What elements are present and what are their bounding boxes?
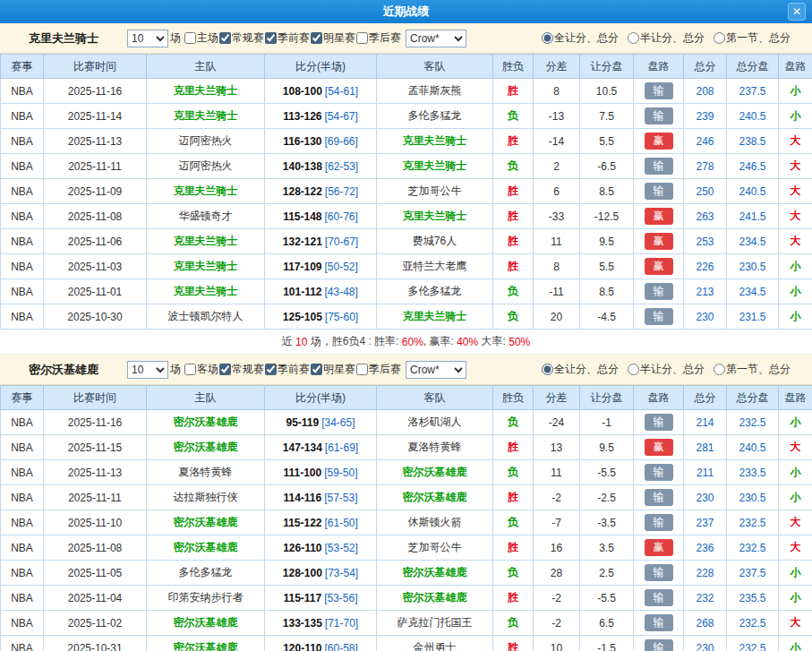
checkbox-preseason[interactable]: 季前赛 — [265, 30, 310, 46]
spread-result-badge: 输 — [645, 82, 673, 99]
score-cell: 117-109[50-52] — [265, 254, 377, 279]
radio-label: 半让分、总分 — [640, 362, 705, 377]
over-under-cell: 大 — [779, 129, 812, 154]
allstar-checkbox-input[interactable] — [311, 32, 322, 44]
final-score: 140-138 — [283, 160, 322, 173]
spread-line-cell: 5.5 — [580, 129, 634, 154]
radio-input[interactable] — [628, 364, 639, 375]
venue-checkbox-input[interactable] — [184, 364, 196, 375]
allstar-checkbox-label: 明星赛 — [323, 30, 355, 46]
close-button[interactable]: ✕ — [788, 3, 806, 21]
home-team-cell: 迈阿密热火 — [147, 129, 265, 154]
radio-input[interactable] — [542, 364, 553, 375]
column-header: 总分盘 — [727, 386, 779, 410]
win-loss-cell: 胜 — [493, 254, 534, 279]
spread-result-badge: 输 — [645, 414, 673, 431]
radio-first-quarter-total[interactable]: 第一节、总分 — [714, 30, 791, 46]
checkbox-playoffs[interactable]: 季后赛 — [356, 362, 401, 377]
over-under-cell: 小 — [779, 304, 812, 330]
spread-result-badge: 输 — [645, 514, 673, 531]
checkbox-allstar[interactable]: 明星赛 — [311, 362, 355, 377]
radio-input[interactable] — [714, 32, 725, 44]
checkbox-allstar[interactable]: 明星赛 — [311, 30, 355, 46]
spread-result-cell: 输 — [634, 636, 684, 651]
spread-result-cell: 赢 — [634, 204, 684, 229]
preseason-checkbox-input[interactable] — [265, 32, 277, 44]
point-diff-cell: 28 — [534, 561, 580, 586]
summary-bar: 近 10 场，胜6负4 : 胜率: 60% , 赢率: 40% 大率: 50% — [0, 330, 812, 355]
half-score: [54-67] — [325, 110, 358, 123]
playoffs-checkbox-input[interactable] — [356, 32, 368, 44]
venue-checkbox-label: 主场 — [197, 30, 218, 46]
venue-checkbox-input[interactable] — [184, 32, 196, 44]
win-loss-cell: 负 — [493, 510, 534, 535]
preseason-checkbox-input[interactable] — [265, 364, 277, 375]
spread-result-badge: 赢 — [645, 439, 673, 456]
radio-half-spread-total[interactable]: 半让分、总分 — [628, 362, 705, 377]
team-name: 克里夫兰骑士 — [29, 30, 100, 47]
checkbox-regular-season[interactable]: 常规赛 — [219, 362, 264, 377]
cavaliers-table: 赛事 比赛时间 主队 比分(半场) 客队 胜负 分差 让分盘 盘路 总分 总分盘… — [0, 54, 812, 330]
home-team-cell: 克里夫兰骑士 — [147, 79, 265, 104]
radio-full-spread-total[interactable]: 全让分、总分 — [542, 30, 619, 46]
radio-input[interactable] — [628, 32, 639, 44]
crown-select[interactable]: Crow* — [406, 361, 466, 379]
away-team-cell: 克里夫兰骑士 — [377, 129, 493, 154]
regular-season-checkbox-label: 常规赛 — [232, 362, 264, 377]
spread-line-cell: 5.5 — [580, 254, 634, 279]
point-diff-cell: 13 — [534, 435, 580, 460]
column-header: 客队 — [377, 386, 493, 410]
radio-first-quarter-total[interactable]: 第一节、总分 — [714, 362, 791, 377]
point-diff-cell: 16 — [534, 535, 580, 561]
total-line-cell: 237.5 — [727, 561, 779, 586]
half-score: [61-69] — [325, 441, 358, 454]
team-name: 密尔沃基雄鹿 — [29, 362, 100, 378]
final-score: 115-148 — [283, 210, 321, 223]
spread-line-cell: 9.5 — [580, 435, 634, 460]
date-cell: 2025-11-05 — [44, 561, 147, 586]
date-cell: 2025-11-02 — [44, 611, 147, 636]
radio-full-spread-total[interactable]: 全让分、总分 — [542, 362, 619, 377]
crown-select[interactable]: Crow* — [406, 30, 466, 47]
home-team-cell: 克里夫兰骑士 — [147, 229, 265, 254]
date-cell: 2025-10-30 — [44, 304, 147, 330]
checkbox-regular-season[interactable]: 常规赛 — [219, 30, 264, 46]
checkbox-venue[interactable]: 客场 — [184, 362, 218, 377]
away-team-cell: 萨克拉门托国王 — [377, 611, 493, 636]
checkbox-venue[interactable]: 主场 — [184, 30, 218, 46]
checkbox-preseason[interactable]: 季前赛 — [265, 362, 310, 377]
total-points-cell: 246 — [684, 129, 727, 154]
radio-label: 全让分、总分 — [554, 362, 619, 377]
regular-season-checkbox-input[interactable] — [219, 32, 231, 44]
preseason-checkbox-label: 季前赛 — [278, 30, 310, 46]
summary-segment: 10 — [295, 336, 307, 348]
half-score: [59-50] — [324, 467, 357, 479]
over-under-cell: 小 — [779, 485, 812, 510]
radio-half-spread-total[interactable]: 半让分、总分 — [628, 30, 705, 46]
date-cell: 2025-11-04 — [44, 586, 147, 611]
over-under-cell: 小 — [779, 79, 812, 104]
away-team-cell: 夏洛特黄蜂 — [377, 435, 493, 460]
spread-result-badge: 输 — [645, 107, 673, 124]
spread-result-badge: 输 — [645, 589, 673, 606]
radio-label: 全让分、总分 — [554, 30, 619, 46]
radio-input[interactable] — [714, 364, 725, 375]
point-diff-cell: 6 — [534, 179, 580, 204]
regular-season-checkbox-input[interactable] — [219, 364, 231, 375]
games-count-select[interactable]: 10 — [127, 30, 168, 47]
game-row: NBA 2025-11-09 克里夫兰骑士 128-122[56-72] 芝加哥… — [1, 179, 812, 204]
half-score: [43-48] — [325, 286, 358, 298]
spread-result-badge: 赢 — [645, 539, 673, 556]
win-loss-cell: 胜 — [493, 636, 534, 651]
half-score: [53-52] — [325, 542, 358, 554]
home-team-cell: 迈阿密热火 — [147, 154, 265, 179]
games-count-select[interactable]: 10 — [127, 361, 168, 379]
over-under-cell: 大 — [779, 611, 812, 636]
allstar-checkbox-input[interactable] — [311, 364, 322, 375]
playoffs-checkbox-input[interactable] — [356, 364, 368, 375]
spread-result-cell: 输 — [634, 410, 684, 435]
checkbox-playoffs[interactable]: 季后赛 — [356, 30, 401, 46]
spread-line-cell: -3.5 — [580, 510, 634, 535]
radio-input[interactable] — [542, 32, 553, 44]
final-score: 128-122 — [283, 185, 322, 198]
